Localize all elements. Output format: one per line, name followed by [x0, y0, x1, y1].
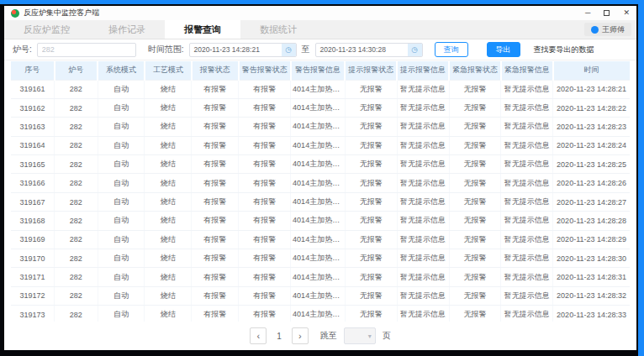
table-cell: 4014主加热电源报警; [291, 230, 346, 249]
export-button[interactable]: 导出 [487, 42, 520, 57]
query-toolbar: 炉号: 时间范围: 2020-11-23 14:28:21 ◷ 至 2020-1… [4, 39, 636, 60]
table-row[interactable]: 319171282自动烧结有报警有报警4014主加热电源报警;无报警暂无提示信息… [11, 268, 630, 286]
close-icon[interactable]: ✕ [623, 9, 630, 17]
table-header-row: 序号炉号系统模式工艺模式报警状态警告报警状态警告报警信息提示报警状态提示报警信息… [11, 61, 630, 80]
table-row[interactable]: 319172282自动烧结有报警有报警4014主加热电源报警;无报警暂无提示信息… [11, 286, 630, 305]
table-cell: 自动 [98, 286, 145, 305]
furnace-no-label: 炉号: [13, 44, 32, 55]
table-row[interactable]: 319168282自动烧结有报警有报警4014主加热电源报警;无报警暂无提示信息… [11, 212, 630, 230]
alarm-table-container: 序号炉号系统模式工艺模式报警状态警告报警状态警告报警信息提示报警状态提示报警信息… [4, 60, 636, 322]
furnace-no-input[interactable] [37, 43, 136, 57]
table-cell: 无报警 [449, 286, 501, 305]
table-cell: 有报警 [239, 136, 291, 154]
table-cell: 4014主加热电源报警; [291, 249, 346, 268]
table-cell: 有报警 [239, 118, 291, 136]
table-cell: 烧结 [145, 174, 192, 192]
table-cell: 自动 [98, 174, 145, 192]
table-cell: 2020-11-23 14:28:27 [553, 192, 630, 211]
table-cell: 自动 [98, 80, 145, 98]
table-row[interactable]: 319163282自动烧结有报警有报警4014主加热电源报警;无报警暂无提示信息… [11, 118, 630, 136]
table-cell: 烧结 [145, 212, 192, 230]
column-header: 炉号 [55, 61, 98, 80]
column-header: 系统模式 [98, 61, 145, 80]
table-cell: 烧结 [145, 286, 192, 305]
window-title: 反应炉集中监控客户端 [24, 8, 99, 18]
start-time-picker[interactable]: 2020-11-23 14:28:21 ◷ [189, 43, 297, 57]
table-cell: 无报警 [449, 118, 501, 136]
table-cell: 有报警 [192, 306, 239, 322]
query-button[interactable]: 查询 [435, 42, 468, 57]
table-cell: 自动 [98, 98, 145, 117]
table-row[interactable]: 319169282自动烧结有报警有报警4014主加热电源报警;无报警暂无提示信息… [11, 230, 630, 249]
table-row[interactable]: 319162282自动烧结有报警有报警4014主加热电源报警;无报警暂无提示信息… [11, 98, 630, 117]
tab-operation-records[interactable]: 操作记录 [89, 20, 165, 39]
table-cell: 2020-11-23 14:28:26 [553, 174, 630, 192]
table-cell: 有报警 [239, 98, 291, 117]
current-page-number[interactable]: 1 [273, 332, 285, 341]
table-cell: 暂无提示信息 [397, 98, 449, 117]
table-row[interactable]: 319161282自动烧结有报警有报警4014主加热电源报警;无报警暂无提示信息… [11, 80, 630, 98]
table-cell: 烧结 [145, 80, 192, 98]
table-row[interactable]: 319165282自动烧结有报警有报警4014主加热电源报警;无报警暂无提示信息… [11, 155, 630, 174]
export-hint-text: 查找要导出的数据 [534, 44, 594, 55]
next-page-button[interactable]: › [292, 327, 309, 344]
table-row[interactable]: 319167282自动烧结有报警有报警4014主加热电源报警;无报警暂无提示信息… [11, 192, 630, 211]
column-header: 紧急报警信息 [501, 61, 553, 80]
table-row[interactable]: 319170282自动烧结有报警有报警4014主加热电源报警;无报警暂无提示信息… [11, 249, 630, 268]
table-cell: 282 [55, 98, 98, 117]
table-cell: 暂无提示信息 [397, 286, 449, 305]
table-row[interactable]: 319173282自动烧结有报警有报警4014主加热电源报警;无报警暂无提示信息… [11, 306, 630, 322]
column-header: 提示报警信息 [397, 61, 449, 80]
table-cell: 2020-11-23 14:28:23 [553, 118, 630, 136]
table-cell: 自动 [98, 118, 145, 136]
table-row[interactable]: 319166282自动烧结有报警有报警4014主加热电源报警;无报警暂无提示信息… [11, 174, 630, 192]
table-cell: 烧结 [145, 306, 192, 322]
table-cell: 无报警 [345, 174, 397, 192]
column-header: 时间 [553, 61, 630, 80]
column-header: 警告报警状态 [239, 61, 291, 80]
table-cell: 有报警 [192, 230, 239, 249]
table-cell: 暂无提示信息 [501, 155, 553, 174]
user-badge[interactable]: 王师傅 [584, 23, 631, 36]
prev-page-button[interactable]: ‹ [250, 327, 267, 344]
table-cell: 有报警 [192, 155, 239, 174]
clock-icon: ◷ [408, 44, 422, 56]
table-cell: 烧结 [145, 155, 192, 174]
avatar [591, 26, 599, 34]
table-cell: 有报警 [239, 286, 291, 305]
table-row[interactable]: 319164282自动烧结有报警有报警4014主加热电源报警;无报警暂无提示信息… [11, 136, 630, 154]
table-cell: 暂无提示信息 [397, 268, 449, 286]
column-header: 报警状态 [192, 61, 239, 80]
maximize-icon[interactable] [604, 10, 610, 16]
table-cell: 319172 [11, 286, 55, 305]
table-cell: 有报警 [239, 268, 291, 286]
tab-alarm-query[interactable]: 报警查询 [165, 20, 240, 39]
table-cell: 暂无提示信息 [501, 268, 553, 286]
table-cell: 烧结 [145, 118, 192, 136]
table-cell: 暂无提示信息 [501, 174, 553, 192]
tab-data-statistics[interactable]: 数据统计 [240, 20, 316, 39]
page-select-dropdown[interactable]: ▾ [344, 327, 376, 344]
table-cell: 319163 [11, 118, 55, 136]
table-cell: 4014主加热电源报警; [291, 98, 346, 117]
table-cell: 319173 [11, 306, 55, 322]
table-cell: 无报警 [449, 306, 501, 322]
minimize-icon[interactable]: ─ [585, 9, 590, 17]
table-cell: 自动 [98, 306, 145, 322]
table-cell: 有报警 [192, 249, 239, 268]
table-cell: 319164 [11, 136, 55, 154]
tab-reactor-monitor[interactable]: 反应炉监控 [4, 20, 89, 39]
table-cell: 自动 [98, 230, 145, 249]
clock-icon: ◷ [282, 44, 296, 56]
table-cell: 4014主加热电源报警; [291, 286, 346, 305]
table-cell: 2020-11-23 14:28:31 [553, 268, 630, 286]
table-cell: 暂无提示信息 [501, 136, 553, 154]
table-cell: 自动 [98, 268, 145, 286]
desktop-blue-strip-top [0, 0, 644, 4]
table-cell: 有报警 [239, 212, 291, 230]
end-time-picker[interactable]: 2020-11-23 14:30:28 ◷ [315, 43, 423, 57]
table-cell: 319171 [11, 268, 55, 286]
table-cell: 282 [55, 174, 98, 192]
table-cell: 282 [55, 80, 98, 98]
column-header: 序号 [11, 61, 55, 80]
